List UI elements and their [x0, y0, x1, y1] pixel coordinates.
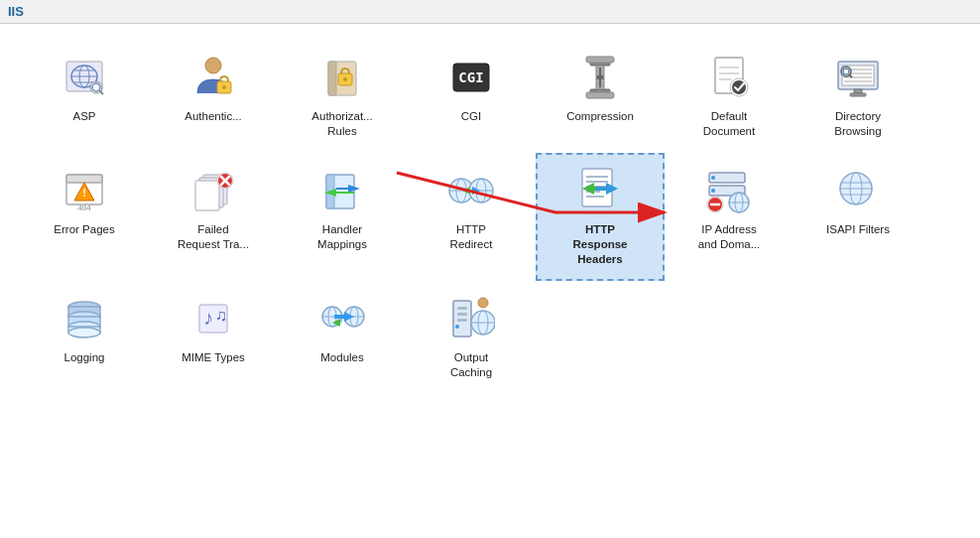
svg-point-11	[222, 85, 226, 89]
svg-point-118	[455, 325, 459, 329]
iis-item-cgi-label: CGI	[461, 109, 481, 124]
svg-text:404: 404	[77, 203, 91, 212]
iis-item-ip-address[interactable]: IP Address and Doma...	[665, 153, 794, 281]
svg-rect-40	[850, 93, 866, 96]
iis-item-http-response-headers[interactable]: HTTP Response Headers	[536, 153, 665, 281]
svg-rect-116	[457, 313, 467, 316]
iis-item-modules-label: Modules	[320, 350, 363, 365]
iis-item-http-redirect[interactable]: HTTP Redirect	[407, 153, 536, 281]
iis-item-authz-label: Authorizat... Rules	[311, 109, 372, 139]
svg-rect-22	[586, 92, 614, 98]
svg-rect-21	[586, 57, 614, 63]
iis-item-logging[interactable]: Logging	[20, 281, 149, 394]
svg-point-82	[711, 176, 715, 180]
svg-rect-45	[66, 175, 102, 183]
iis-item-http-response-headers-label: HTTP Response Headers	[573, 222, 628, 267]
iis-item-asp[interactable]: ASP	[20, 40, 149, 153]
svg-point-122	[478, 298, 488, 308]
iis-item-mime-types-label: MIME Types	[182, 350, 245, 365]
iis-item-error-pages-label: Error Pages	[54, 222, 114, 237]
iis-item-default-doc-label: Default Document	[703, 109, 755, 139]
iis-header: IIS	[0, 0, 980, 24]
svg-text:♪: ♪	[203, 307, 213, 329]
svg-point-83	[711, 189, 715, 193]
iis-item-asp-label: ASP	[72, 109, 95, 124]
svg-point-9	[205, 58, 221, 73]
iis-item-authentication[interactable]: Authentic...	[149, 40, 278, 153]
iis-item-failed-req-label: Failed Request Tra...	[178, 222, 249, 252]
iis-item-http-redirect-label: HTTP Redirect	[450, 222, 493, 252]
svg-point-15	[343, 77, 347, 81]
iis-item-handler-mappings-label: Handler Mappings	[317, 222, 367, 252]
svg-rect-39	[854, 89, 862, 93]
iis-grid: ASP Authentic...	[0, 24, 980, 410]
svg-rect-112	[334, 315, 346, 319]
svg-text:♫: ♫	[215, 307, 227, 324]
iis-item-auth-label: Authentic...	[184, 109, 242, 124]
iis-item-modules[interactable]: Modules	[278, 281, 407, 394]
iis-item-error-pages[interactable]: ! 404 Error Pages	[20, 153, 149, 281]
iis-item-failed-request[interactable]: Failed Request Tra...	[149, 153, 278, 281]
iis-item-mime-types[interactable]: ♪ ♫ MIME Types	[149, 281, 278, 394]
svg-line-8	[99, 90, 103, 94]
iis-item-compression[interactable]: Compression	[536, 40, 665, 153]
iis-item-isapi-filters-label: ISAPI Filters	[826, 222, 890, 237]
iis-item-output-caching-label: Output Caching	[450, 350, 492, 380]
iis-item-compression-label: Compression	[566, 109, 634, 124]
svg-rect-51	[195, 181, 219, 210]
svg-rect-115	[457, 307, 467, 310]
iis-item-default-document[interactable]: Default Document	[665, 40, 794, 153]
iis-item-dir-browsing-label: Directory Browsing	[834, 109, 881, 139]
iis-item-authorization[interactable]: Authorizat... Rules	[278, 40, 407, 153]
iis-item-cgi[interactable]: CGI CGI	[407, 40, 536, 153]
svg-text:CGI: CGI	[458, 69, 483, 85]
svg-rect-117	[457, 319, 467, 322]
svg-rect-79	[596, 187, 608, 191]
iis-item-ip-address-label: IP Address and Doma...	[698, 222, 761, 252]
iis-item-isapi-filters[interactable]: ISAPI Filters	[794, 153, 922, 281]
svg-text:!: !	[82, 187, 86, 199]
iis-item-logging-label: Logging	[64, 350, 105, 365]
iis-item-output-caching[interactable]: Output Caching	[407, 281, 536, 394]
iis-item-directory-browsing[interactable]: Directory Browsing	[794, 40, 922, 153]
svg-point-101	[68, 328, 100, 337]
svg-rect-13	[328, 62, 336, 95]
iis-item-handler-mappings[interactable]: Handler Mappings	[278, 153, 407, 281]
